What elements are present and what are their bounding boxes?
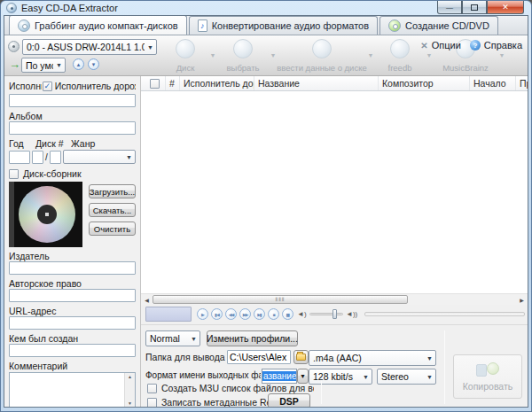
- chevron-down-icon: ▼: [53, 62, 65, 68]
- app-cd-icon: [6, 3, 17, 13]
- scroll-right-icon[interactable]: ▶: [516, 294, 528, 305]
- url-input[interactable]: [9, 316, 136, 330]
- cover-art[interactable]: [9, 182, 82, 247]
- player-prev-button[interactable]: ▮◀: [211, 308, 223, 320]
- freedb-button[interactable]: freedb: [377, 35, 423, 75]
- url-label: URL-адрес: [9, 306, 136, 316]
- compilation-checkbox[interactable]: [9, 169, 19, 179]
- column-number[interactable]: #: [166, 76, 180, 90]
- enter-disc-data-icon: [312, 39, 332, 58]
- load-cover-button[interactable]: Загрузить...: [89, 184, 136, 198]
- select-button-label: выбрать: [227, 63, 260, 73]
- disc-number-label: Диск #: [35, 138, 71, 149]
- edit-profiles-button[interactable]: Изменить профили...: [207, 330, 298, 346]
- album-input[interactable]: [9, 121, 136, 135]
- disc-total-input[interactable]: [50, 151, 61, 164]
- player-next-button[interactable]: ▶▮: [254, 308, 265, 320]
- scroll-down-icon[interactable]: ▼: [128, 400, 132, 406]
- m3u-checkbox[interactable]: [147, 384, 157, 393]
- title-bar[interactable]: Easy CD-DA Extractor — ✕: [1, 1, 531, 15]
- volume-slider[interactable]: [309, 313, 343, 315]
- chevron-down-icon[interactable]: ▼: [364, 52, 377, 58]
- replaygain-checkbox[interactable]: [147, 398, 157, 408]
- select-button[interactable]: выбрать: [219, 35, 267, 75]
- player-play-button[interactable]: ▶: [197, 308, 208, 320]
- scroll-left-icon[interactable]: ◀: [141, 294, 153, 305]
- maximize-button[interactable]: [462, 1, 487, 14]
- help-button[interactable]: ? Справка: [470, 40, 522, 51]
- publisher-input[interactable]: [9, 261, 136, 275]
- channels-select[interactable]: Stereo ▼: [377, 369, 436, 385]
- horizontal-scrollbar[interactable]: ◀ ⦀⦀⦀ ▶: [141, 293, 528, 305]
- enter-disc-data-button[interactable]: ввести данные о диске: [279, 35, 364, 75]
- tab-cd-creation[interactable]: Создание CD/DVD: [379, 16, 498, 35]
- tab-label: Конвертирование аудио форматов: [212, 20, 369, 31]
- volume-slider-thumb[interactable]: [332, 309, 337, 319]
- column-track-artist[interactable]: Исполнитель дорожки: [180, 76, 254, 90]
- output-folder-input[interactable]: [227, 350, 291, 364]
- panel-divider: [444, 330, 445, 404]
- quick-profile-select[interactable]: По умол ▼: [21, 58, 66, 73]
- eject-button[interactable]: ▲: [73, 58, 84, 70]
- player-forward-button[interactable]: ▶▶: [239, 308, 251, 320]
- close-button[interactable]: ✕: [487, 1, 524, 14]
- artist-input[interactable]: [9, 94, 136, 107]
- encoded-by-input[interactable]: [9, 344, 136, 357]
- load-tray-button[interactable]: ▼: [88, 58, 99, 70]
- options-button[interactable]: ✕ Опции: [420, 40, 461, 51]
- genre-label: Жанр: [71, 138, 95, 149]
- column-composer[interactable]: Композитор: [379, 76, 470, 90]
- tab-audio-conversion[interactable]: ♪ Конвертирование аудио форматов: [189, 16, 378, 35]
- musicbrainz-label: MusicBrainz: [442, 63, 489, 73]
- scroll-up-icon[interactable]: ▲: [128, 374, 132, 379]
- filename-format-dropdown[interactable]: ▼: [297, 369, 309, 384]
- audio-file-icon: ♪: [198, 19, 207, 32]
- player-stop-button[interactable]: ■: [268, 308, 279, 320]
- filename-format-input[interactable]: азвание>: [262, 369, 297, 384]
- output-format-select[interactable]: .m4a (AAC) ▼: [309, 350, 436, 366]
- scrollbar-thumb[interactable]: ⦀⦀⦀: [153, 295, 408, 304]
- year-input[interactable]: [9, 151, 30, 164]
- download-cover-button[interactable]: Скачать...: [89, 203, 136, 217]
- browse-folder-button[interactable]: [293, 350, 309, 364]
- disc-button[interactable]: Диск: [164, 35, 207, 75]
- player-pause-button[interactable]: ▮▮: [282, 308, 293, 320]
- album-label: Альбом: [9, 111, 136, 121]
- profile-select[interactable]: Normal ▼: [145, 330, 200, 346]
- m3u-label: Создать M3U список файлов для воспроизве…: [161, 383, 314, 393]
- track-artist-checkbox[interactable]: ✓: [43, 82, 52, 91]
- dsp-button[interactable]: DSP: [268, 393, 310, 408]
- track-list[interactable]: [141, 91, 528, 293]
- player-rewind-button[interactable]: ◀◀: [225, 308, 237, 320]
- chevron-down-icon[interactable]: ▼: [267, 52, 279, 58]
- copy-button-label: Копировать: [463, 381, 513, 392]
- clear-cover-button[interactable]: Очистить: [89, 222, 136, 236]
- go-arrow-icon: →: [9, 57, 20, 73]
- track-area: # Исполнитель дорожки Название Композито…: [141, 76, 528, 407]
- chevron-down-icon[interactable]: ▼: [207, 52, 219, 58]
- profile-value: Normal: [146, 333, 188, 344]
- volume-up-icon[interactable]: ◄)): [346, 310, 357, 318]
- select-all-header[interactable]: [141, 76, 166, 90]
- minimize-button[interactable]: —: [437, 1, 462, 14]
- comment-textarea[interactable]: ▲ ▼: [9, 372, 136, 407]
- seek-bar[interactable]: [364, 312, 525, 316]
- tab-cd-ripping[interactable]: Граббинг аудио компакт-дисков: [9, 15, 187, 35]
- chevron-down-icon[interactable]: ▼: [496, 52, 508, 58]
- select-all-checkbox[interactable]: [150, 79, 160, 89]
- cd-disc-image: [19, 186, 75, 243]
- column-title[interactable]: Название: [254, 76, 379, 90]
- drive-select[interactable]: 0:0 - ASUS DRW-2014L1 1.00 ▼: [22, 39, 157, 55]
- volume-down-icon[interactable]: ◄): [297, 310, 307, 318]
- copyright-label: Авторское право: [9, 278, 136, 289]
- copyright-input[interactable]: [9, 289, 136, 302]
- column-start[interactable]: Начало: [470, 76, 516, 90]
- filename-format-value: азвание>: [262, 371, 297, 381]
- column-duration[interactable]: Пр: [516, 76, 528, 90]
- output-folder-label: Папка для вывода: [145, 352, 225, 362]
- disc-number-input[interactable]: [32, 151, 43, 164]
- copy-button[interactable]: Копировать: [453, 354, 522, 399]
- chevron-down-icon[interactable]: ▼: [423, 52, 435, 58]
- comment-scrollbar[interactable]: ▲ ▼: [124, 373, 135, 407]
- genre-select[interactable]: ▼: [63, 150, 136, 164]
